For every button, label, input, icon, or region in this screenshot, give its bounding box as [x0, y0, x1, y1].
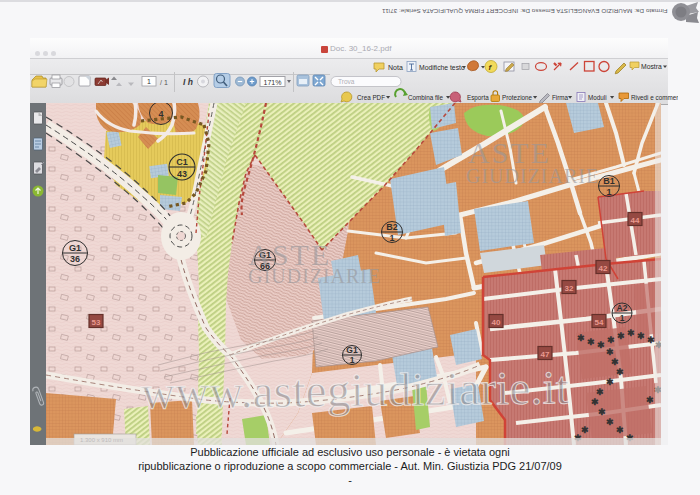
svg-text:Combina file: Combina file: [408, 94, 443, 101]
svg-text:Crea PDF: Crea PDF: [357, 94, 385, 101]
svg-text:/ 1: / 1: [160, 79, 168, 86]
svg-text:Firma: Firma: [552, 94, 569, 101]
svg-text:171%: 171%: [264, 79, 282, 86]
svg-text:Rivedi e commenta: Rivedi e commenta: [631, 94, 678, 101]
svg-text:Protezione: Protezione: [502, 94, 533, 101]
svg-text:Moduli: Moduli: [588, 94, 607, 101]
svg-text:I h: I h: [183, 77, 193, 87]
svg-text:Modifiche testo: Modifiche testo: [419, 64, 465, 71]
svg-text:Trova: Trova: [338, 78, 355, 85]
svg-text:Nota: Nota: [388, 64, 403, 71]
svg-text:Mostra: Mostra: [641, 63, 662, 70]
svg-text:1: 1: [147, 78, 151, 85]
svg-text:Esporta: Esporta: [467, 94, 489, 102]
